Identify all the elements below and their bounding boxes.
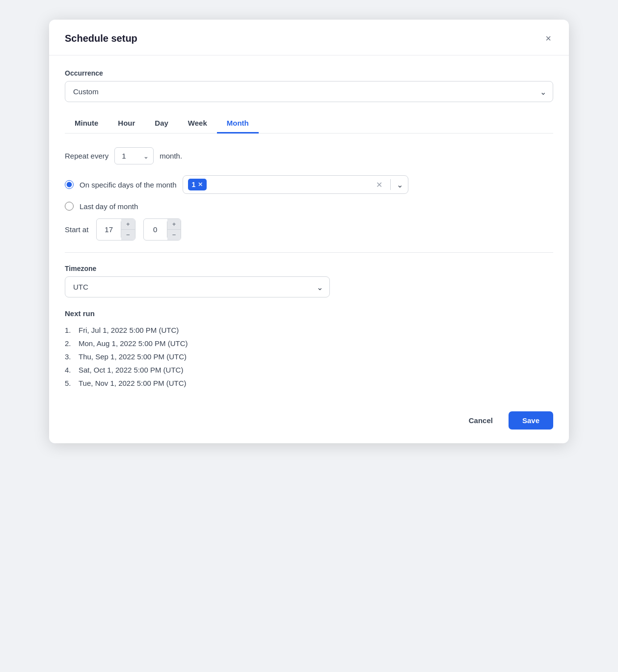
list-item: 4. Sat, Oct 1, 2022 5:00 PM (UTC) (65, 363, 553, 376)
list-item-text: Tue, Nov 1, 2022 5:00 PM (UTC) (79, 379, 187, 387)
timezone-label: Timezone (65, 265, 553, 272)
hours-value: 17 (97, 221, 121, 238)
start-at-row: Start at 17 + − 0 + − (65, 218, 553, 241)
specific-days-select[interactable]: 1 ✕ ✕ ⌄ (183, 175, 408, 194)
repeat-label: Repeat every (65, 152, 108, 160)
last-day-row: Last day of month (65, 202, 553, 211)
next-run-section: Next run 1. Fri, Jul 1, 2022 5:00 PM (UT… (65, 309, 553, 390)
specific-days-radio[interactable] (65, 180, 74, 189)
list-item-num: 2. (65, 339, 75, 348)
tag-divider (390, 179, 391, 190)
list-item-text: Mon, Aug 1, 2022 5:00 PM (UTC) (79, 339, 188, 348)
tab-day[interactable]: Day (145, 114, 178, 134)
dialog-title: Schedule setup (65, 33, 137, 44)
tab-minute[interactable]: Minute (65, 114, 108, 134)
frequency-tabs: Minute Hour Day Week Month (65, 114, 553, 134)
list-item-text: Sat, Oct 1, 2022 5:00 PM (UTC) (79, 366, 183, 374)
days-dropdown-chevron-icon[interactable]: ⌄ (397, 180, 403, 189)
occurrence-label: Occurrence (65, 69, 553, 77)
list-item: 1. Fri, Jul 1, 2022 5:00 PM (UTC) (65, 323, 553, 337)
list-item-num: 4. (65, 366, 75, 374)
dialog-body: Occurrence Custom Hourly Daily Weekly Mo… (49, 55, 569, 402)
list-item-num: 3. (65, 352, 75, 361)
timezone-select-wrapper: UTC America/New_York America/Los_Angeles… (65, 276, 330, 297)
list-item: 5. Tue, Nov 1, 2022 5:00 PM (UTC) (65, 376, 553, 390)
last-day-radio[interactable] (65, 202, 74, 211)
repeat-value-select[interactable]: 123 456 (114, 147, 154, 164)
hours-decrement-button[interactable]: − (121, 230, 135, 240)
day-tag-remove-icon[interactable]: ✕ (198, 181, 203, 188)
close-button[interactable]: × (543, 31, 553, 45)
list-item: 3. Thu, Sep 1, 2022 5:00 PM (UTC) (65, 350, 553, 363)
list-item-text: Fri, Jul 1, 2022 5:00 PM (UTC) (79, 326, 179, 334)
tab-hour[interactable]: Hour (108, 114, 145, 134)
start-at-label: Start at (65, 225, 88, 234)
next-run-label: Next run (65, 309, 553, 318)
list-item-num: 1. (65, 326, 75, 334)
occurrence-select[interactable]: Custom Hourly Daily Weekly Monthly (65, 81, 553, 102)
list-item-num: 5. (65, 379, 75, 387)
hours-increment-button[interactable]: + (121, 219, 135, 230)
occurrence-select-wrapper: Custom Hourly Daily Weekly Monthly ⌄ (65, 81, 553, 102)
minutes-value: 0 (144, 221, 167, 238)
hours-stepper: 17 + − (96, 218, 135, 241)
section-divider (65, 252, 553, 253)
day-tag: 1 ✕ (188, 179, 207, 190)
minutes-stepper: 0 + − (143, 218, 182, 241)
cancel-button[interactable]: Cancel (459, 411, 503, 430)
tab-week[interactable]: Week (178, 114, 217, 134)
last-day-label: Last day of month (80, 202, 138, 211)
repeat-select-wrapper: 123 456 ⌄ (114, 147, 154, 164)
list-item-text: Thu, Sep 1, 2022 5:00 PM (UTC) (79, 352, 187, 361)
day-tag-value: 1 (192, 181, 196, 188)
schedule-setup-dialog: Schedule setup × Occurrence Custom Hourl… (49, 20, 569, 443)
specific-days-label: On specific days of the month (80, 181, 177, 189)
timezone-select[interactable]: UTC America/New_York America/Los_Angeles… (65, 276, 330, 297)
save-button[interactable]: Save (509, 411, 553, 430)
minutes-decrement-button[interactable]: − (167, 230, 181, 240)
repeat-row: Repeat every 123 456 ⌄ month. (65, 147, 553, 164)
minutes-stepper-buttons: + − (167, 219, 181, 240)
dialog-header: Schedule setup × (49, 20, 569, 55)
minutes-increment-button[interactable]: + (167, 219, 181, 230)
repeat-suffix: month. (160, 152, 182, 160)
timezone-section: Timezone UTC America/New_York America/Lo… (65, 265, 553, 297)
tab-month[interactable]: Month (217, 114, 259, 134)
hours-stepper-buttons: + − (121, 219, 135, 240)
specific-days-row: On specific days of the month 1 ✕ ✕ ⌄ (65, 175, 553, 194)
list-item: 2. Mon, Aug 1, 2022 5:00 PM (UTC) (65, 337, 553, 350)
clear-days-icon[interactable]: ✕ (374, 180, 384, 189)
next-run-list: 1. Fri, Jul 1, 2022 5:00 PM (UTC) 2. Mon… (65, 323, 553, 390)
dialog-footer: Cancel Save (49, 402, 569, 443)
